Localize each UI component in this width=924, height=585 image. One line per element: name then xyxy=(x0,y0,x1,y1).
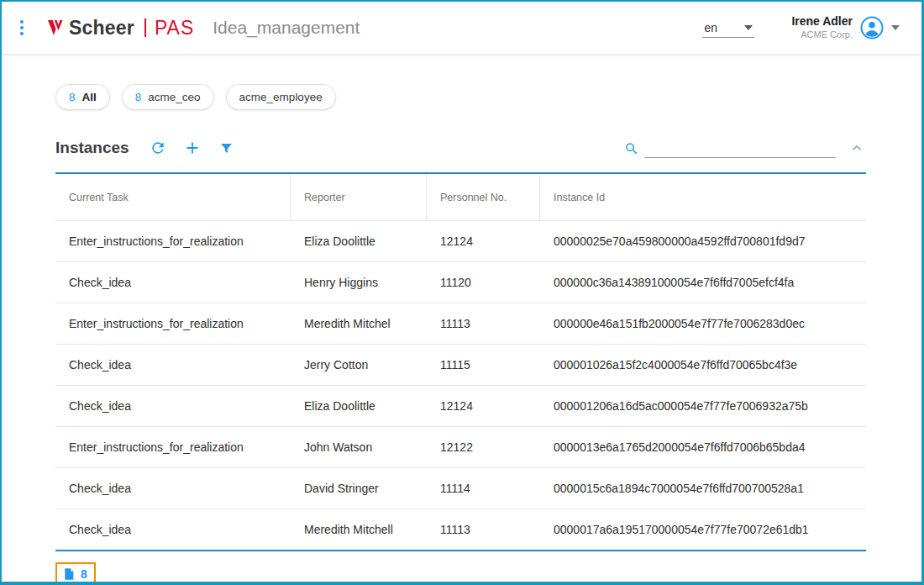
collapse-panel-button[interactable] xyxy=(848,139,866,157)
section-title: Instances xyxy=(55,139,129,157)
app-header: Scheer PAS Idea_management en Irene Adle… xyxy=(2,2,921,54)
cell-current-task: Check_idea xyxy=(55,262,291,303)
cell-reporter: John Watson xyxy=(291,427,427,467)
column-header-personnel-no[interactable]: Personnel No. xyxy=(427,174,540,220)
user-menu[interactable]: Irene Adler ACME Corp. xyxy=(791,14,900,40)
table-row[interactable]: Check_idea Meredith Mitchell 11113 00000… xyxy=(55,509,866,550)
cell-current-task: Enter_instructions_for_realization xyxy=(55,221,291,261)
cell-personnel-no: 11113 xyxy=(427,303,540,344)
cell-reporter: Eliza Doolittle xyxy=(291,221,427,261)
result-count: 8 xyxy=(81,567,87,581)
filter-funnel-icon xyxy=(218,140,234,156)
cell-reporter: David Stringer xyxy=(291,468,427,509)
cell-reporter: Henry Higgins xyxy=(291,262,427,303)
cell-personnel-no: 11115 xyxy=(427,345,540,385)
cell-current-task: Enter_instructions_for_realization xyxy=(55,427,291,467)
chip-count: 8 xyxy=(135,91,142,103)
cell-current-task: Check_idea xyxy=(55,386,291,426)
filter-chip-all[interactable]: 8 All xyxy=(55,84,110,110)
column-header-instance-id[interactable]: Instance Id xyxy=(540,174,866,220)
language-select[interactable]: en xyxy=(702,18,754,38)
refresh-icon xyxy=(150,140,166,156)
cell-current-task: Check_idea xyxy=(55,509,291,550)
table-footer: 8 xyxy=(55,562,921,585)
brand-logo: Scheer PAS xyxy=(45,17,194,40)
language-select-value: en xyxy=(704,21,717,34)
chevron-down-icon xyxy=(744,25,753,30)
chip-label: All xyxy=(82,91,97,103)
user-info: Irene Adler ACME Corp. xyxy=(791,14,853,40)
table-row[interactable]: Enter_instructions_for_realization John … xyxy=(55,427,866,468)
cell-instance-id: 000000c36a143891000054e7f6ffd7005efcf4fa xyxy=(540,262,866,303)
cell-reporter: Meredith Mitchel xyxy=(291,303,427,344)
column-header-reporter[interactable]: Reporter xyxy=(291,174,427,220)
cell-reporter: Eliza Doolittle xyxy=(291,386,427,426)
instances-table: Current Task Reporter Personnel No. Inst… xyxy=(55,172,866,551)
cell-instance-id: 000001206a16d5ac000054e7f77fe7006932a75b xyxy=(540,386,866,426)
table-row[interactable]: Enter_instructions_for_realization Mered… xyxy=(55,303,866,345)
search-icon xyxy=(624,141,639,156)
user-organization: ACME Corp. xyxy=(791,29,853,41)
app-window: Scheer PAS Idea_management en Irene Adle… xyxy=(0,0,924,585)
cell-instance-id: 000001026a15f2c4000054e7f6ffd70065bc4f3e xyxy=(540,345,866,385)
table-row[interactable]: Enter_instructions_for_realization Eliza… xyxy=(55,221,866,262)
table-row[interactable]: Check_idea Henry Higgins 11120 000000c36… xyxy=(55,262,866,303)
cell-personnel-no: 12124 xyxy=(427,386,540,426)
brand-name: Scheer xyxy=(69,17,134,40)
filter-chip-bar: 8 All 8 acme_ceo acme_employee xyxy=(55,84,921,110)
page-icon xyxy=(62,567,76,582)
cell-instance-id: 0000017a6a195170000054e7f77fe70072e61db1 xyxy=(540,509,866,550)
add-instance-button[interactable] xyxy=(181,137,203,159)
cell-current-task: Check_idea xyxy=(55,345,291,385)
filter-chip-acme-employee[interactable]: acme_employee xyxy=(226,84,336,110)
column-header-current-task[interactable]: Current Task xyxy=(55,174,291,220)
filter-button[interactable] xyxy=(217,139,236,158)
cell-current-task: Check_idea xyxy=(55,468,291,509)
cell-instance-id: 0000015c6a1894c7000054e7f6ffd700700528a1 xyxy=(540,468,866,509)
cell-current-task: Enter_instructions_for_realization xyxy=(55,303,291,344)
chip-label: acme_employee xyxy=(239,91,323,103)
refresh-button[interactable] xyxy=(148,138,168,158)
filter-chip-acme-ceo[interactable]: 8 acme_ceo xyxy=(122,84,214,110)
scheer-logo-mark xyxy=(45,18,66,38)
cell-instance-id: 000000e46a151fb2000054e7f77fe7006283d0ec xyxy=(540,303,866,344)
table-row[interactable]: Check_idea Eliza Doolittle 12124 0000012… xyxy=(55,386,866,427)
cell-instance-id: 00000025e70a459800000a4592ffd700801fd9d7 xyxy=(540,221,866,261)
user-name: Irene Adler xyxy=(791,14,853,29)
cell-reporter: Meredith Mitchell xyxy=(291,509,427,550)
brand-divider xyxy=(144,18,146,37)
cell-personnel-no: 12122 xyxy=(427,427,540,467)
chip-label: acme_ceo xyxy=(148,91,200,103)
cell-personnel-no: 11113 xyxy=(427,509,540,550)
cell-reporter: Jerry Cotton xyxy=(291,345,427,385)
result-count-badge[interactable]: 8 xyxy=(55,562,96,585)
table-row[interactable]: Check_idea David Stringer 11114 0000015c… xyxy=(55,468,866,509)
brand-suffix: PAS xyxy=(155,17,194,40)
kebab-menu-icon[interactable] xyxy=(13,15,30,40)
cell-personnel-no: 12124 xyxy=(427,221,540,261)
search-box xyxy=(624,138,836,158)
cell-personnel-no: 11120 xyxy=(427,262,540,303)
plus-icon xyxy=(183,139,202,157)
page-title: Idea_management xyxy=(213,18,360,38)
avatar-icon[interactable] xyxy=(859,15,885,40)
chip-count: 8 xyxy=(69,91,76,103)
table-row[interactable]: Check_idea Jerry Cotton 11115 000001026a… xyxy=(55,345,866,386)
user-menu-caret-icon[interactable] xyxy=(891,25,900,30)
cell-instance-id: 0000013e6a1765d2000054e7f6ffd7006b65bda4 xyxy=(540,427,866,467)
chevron-up-icon xyxy=(849,140,864,155)
instances-toolbar: Instances xyxy=(55,137,866,159)
table-header: Current Task Reporter Personnel No. Inst… xyxy=(55,174,866,221)
search-input[interactable] xyxy=(644,138,836,158)
cell-personnel-no: 11114 xyxy=(427,468,540,509)
